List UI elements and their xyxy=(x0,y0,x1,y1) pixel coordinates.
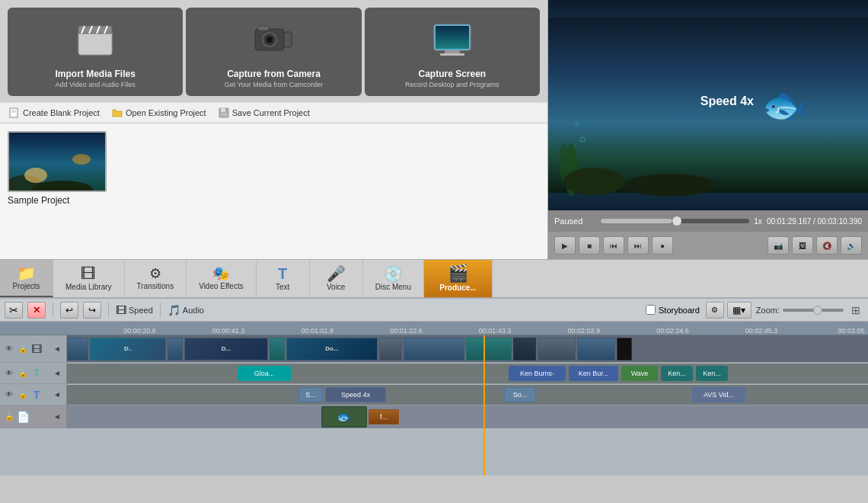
svg-rect-21 xyxy=(221,108,225,112)
undo-tool[interactable]: ↩ xyxy=(60,302,78,319)
effect-chip-gloa[interactable]: Gloa... xyxy=(238,366,291,381)
tab-text[interactable]: T Text xyxy=(257,260,310,297)
video-track-content[interactable]: D.. D... Do... xyxy=(67,335,868,362)
audio-track-row: 🔒 📄 ◄ 🐟 f... xyxy=(0,405,868,428)
media-library-icon: 🎞 xyxy=(81,266,96,281)
effects-track-content[interactable]: Gloa... Ken Burns- Ken Bur... Wave Ken..… xyxy=(67,364,868,383)
scissors-tool[interactable]: ✂ xyxy=(5,302,23,319)
text-tab-label: Text xyxy=(276,283,289,291)
playhead[interactable] xyxy=(483,335,485,476)
svg-point-30 xyxy=(563,168,624,195)
effect-chip-ken3[interactable]: Ken... xyxy=(661,366,693,381)
save-current-project-btn[interactable]: Save Current Project xyxy=(219,107,310,118)
audio-track-content[interactable]: 🐟 f... xyxy=(67,405,868,428)
import-media-title: Import Media Files xyxy=(55,69,135,79)
video-effects-icon: 🎭 xyxy=(212,267,229,280)
volume-up-button[interactable]: 🔊 xyxy=(841,236,862,255)
audio-lock-btn[interactable]: 🔒 xyxy=(3,411,15,423)
video-clip-3[interactable]: D... xyxy=(184,338,268,360)
ruler-tick-1: 00:00:41.3 xyxy=(158,327,247,335)
expand-timeline-btn[interactable]: ⊞ xyxy=(848,303,863,318)
text-eye-btn[interactable]: 👁 xyxy=(3,389,15,401)
tab-media-library[interactable]: 🎞 Media Library xyxy=(53,260,125,297)
voice-tab-label: Voice xyxy=(327,283,345,291)
seek-bar[interactable] xyxy=(601,219,749,223)
underwater-preview xyxy=(9,133,107,192)
effects-eye-btn[interactable]: 👁 xyxy=(3,367,15,380)
volume-mute-button[interactable]: 🔇 xyxy=(816,236,838,255)
capture-camera-card[interactable]: Capture from Camera Get Your Media from … xyxy=(186,8,361,96)
text-lock-btn[interactable]: 🔒 xyxy=(17,389,29,401)
transitions-tab-label: Transitions xyxy=(137,282,174,290)
tab-voice[interactable]: 🎤 Voice xyxy=(310,260,363,297)
tab-transitions[interactable]: ⚙ Transitions xyxy=(125,260,187,297)
fish-animation-clip[interactable]: 🐟 xyxy=(321,406,367,428)
audio-clip-f[interactable]: f... xyxy=(369,409,399,425)
import-media-icon xyxy=(71,15,120,64)
video-clip-4[interactable] xyxy=(270,338,285,360)
open-existing-project-btn[interactable]: Open Existing Project xyxy=(112,107,206,118)
video-clip-10[interactable] xyxy=(538,338,576,360)
ruler-tick-6: 00:02:24.6 xyxy=(602,327,691,335)
audio-tool-label: Audio xyxy=(183,306,204,315)
stop-button[interactable]: ■ xyxy=(579,236,600,255)
svg-rect-22 xyxy=(220,113,228,117)
sample-project-label: Sample Project xyxy=(8,195,107,206)
tab-disc-menu[interactable]: 💿 Disc Menu xyxy=(363,260,424,297)
screenshot-button[interactable]: 🖼 xyxy=(792,236,813,255)
video-clip-12[interactable] xyxy=(617,338,632,360)
sample-project-item[interactable]: Sample Project xyxy=(8,131,107,206)
audio-arrow-btn[interactable]: ◄ xyxy=(51,411,63,423)
create-blank-project-btn[interactable]: Create Blank Project xyxy=(9,107,100,118)
audio-tool[interactable]: 🎵 Audio xyxy=(168,304,204,316)
storyboard-checkbox[interactable] xyxy=(646,305,656,315)
track-arrow-btn[interactable]: ◄ xyxy=(51,343,63,355)
track-eye-btn[interactable]: 👁 xyxy=(3,343,15,355)
import-media-card[interactable]: Import Media Files Add Video and Audio F… xyxy=(8,8,183,96)
video-clip-8[interactable] xyxy=(466,338,512,360)
video-clip-7[interactable] xyxy=(404,338,464,360)
text-arrow-btn[interactable]: ◄ xyxy=(51,389,63,401)
video-clip-11[interactable] xyxy=(577,338,615,360)
play-button[interactable]: ▶ xyxy=(554,236,576,255)
zoom-slider[interactable] xyxy=(783,309,844,312)
video-clip-5[interactable]: Do... xyxy=(286,338,378,360)
tab-projects[interactable]: 📁 Projects xyxy=(0,260,53,297)
video-clip-2[interactable] xyxy=(168,338,183,360)
effect-chip-kenburns1[interactable]: Ken Burns- xyxy=(509,366,566,381)
redo-tool[interactable]: ↪ xyxy=(83,302,101,319)
text-clip-speed4x[interactable]: Speed 4x xyxy=(325,387,386,402)
effect-chip-kenburns2[interactable]: Ken Bur... xyxy=(569,366,618,381)
produce-icon: 🎬 xyxy=(448,265,468,282)
text-clip-avs[interactable]: AVS Vid... xyxy=(692,387,745,402)
preview-seek-bar-area: Paused 1x 00:01:29.167 / 00:03:10.390 xyxy=(548,210,868,232)
delete-tool[interactable]: ✕ xyxy=(27,302,46,319)
tab-produce[interactable]: 🎬 Produce... xyxy=(424,260,493,297)
playback-speed-indicator: 1x xyxy=(754,217,762,226)
text-track-content[interactable]: S... Speed 4x So... AVS Vid... xyxy=(67,385,868,405)
effects-lock-btn[interactable]: 🔒 xyxy=(17,367,29,380)
track-lock-btn[interactable]: 🔒 xyxy=(17,343,29,355)
video-clip-0[interactable] xyxy=(67,338,88,360)
snapshot-button[interactable]: 📷 xyxy=(767,236,789,255)
zoom-label: Zoom: xyxy=(756,306,780,315)
effect-chip-ken4[interactable]: Ken... xyxy=(696,366,728,381)
video-track-row: 👁 🔒 🎞 ◄ D.. D... xyxy=(0,335,868,363)
fast-forward-button[interactable]: ⏭ xyxy=(627,236,649,255)
capture-screen-card[interactable]: Capture Screen Record Desktop and Progra… xyxy=(365,8,540,96)
video-clip-1[interactable]: D.. xyxy=(90,338,166,360)
speed-tool[interactable]: 🎞 Speed xyxy=(116,304,153,316)
record-button[interactable]: ● xyxy=(652,236,673,255)
ruler-tick-3: 00:01:22.6 xyxy=(335,327,424,335)
video-clip-9[interactable] xyxy=(513,338,536,360)
rewind-button[interactable]: ⏮ xyxy=(603,236,624,255)
video-clip-6[interactable] xyxy=(379,338,402,360)
effect-chip-wave[interactable]: Wave xyxy=(621,366,658,381)
tab-video-effects[interactable]: 🎭 Video Effects xyxy=(187,260,257,297)
effects-arrow-btn[interactable]: ◄ xyxy=(51,367,63,380)
text-clip-so[interactable]: So... xyxy=(504,387,536,402)
text-clip-s[interactable]: S... xyxy=(298,387,323,402)
capture-camera-subtitle: Get Your Media from Camcorder xyxy=(225,81,324,88)
storyboard-view-btn[interactable]: ▦▾ xyxy=(727,302,752,319)
storyboard-settings-btn[interactable]: ⚙ xyxy=(706,302,724,319)
